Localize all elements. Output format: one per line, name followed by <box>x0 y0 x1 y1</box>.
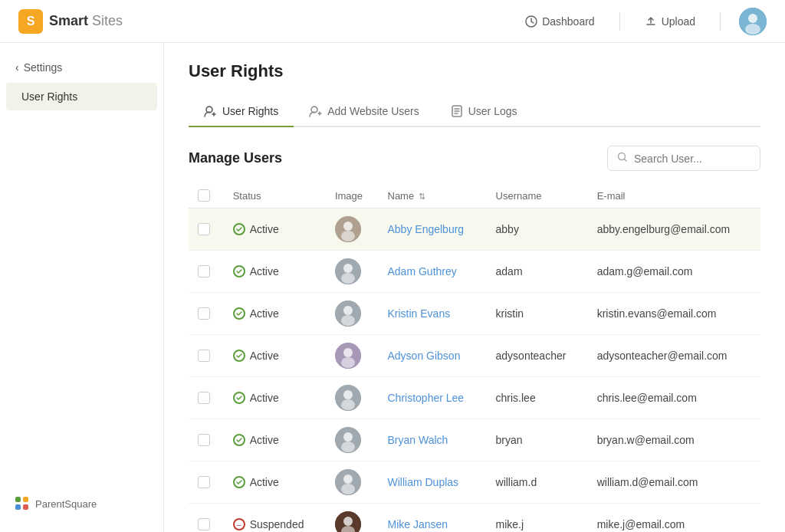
top-nav: S Smart Sites Dashboard Upload <box>0 0 785 43</box>
ps-dot-red <box>23 504 28 510</box>
status-label: Active <box>250 265 279 277</box>
add-users-tab-icon <box>309 104 323 118</box>
user-avatar <box>335 385 361 411</box>
dashboard-icon <box>525 15 537 28</box>
row-checkbox[interactable] <box>198 476 210 488</box>
svg-point-30 <box>343 517 353 526</box>
status-label: Active <box>250 223 279 235</box>
user-avatar <box>335 343 361 369</box>
td-username: william.d <box>487 461 588 504</box>
row-checkbox[interactable] <box>198 518 210 530</box>
td-image <box>326 419 379 461</box>
user-avatar <box>335 216 361 242</box>
row-checkbox[interactable] <box>198 392 210 404</box>
user-name-link[interactable]: Adam Guthrey <box>388 265 457 277</box>
status-icon-active <box>233 476 245 488</box>
td-username: adam <box>487 251 588 293</box>
td-username: chris.lee <box>487 377 588 419</box>
td-image <box>326 335 379 377</box>
status-cell: Active <box>233 476 317 488</box>
status-icon-active <box>233 307 245 320</box>
user-name-link[interactable]: Bryan Walch <box>388 434 448 446</box>
tab-add-website-users[interactable]: Add Website Users <box>294 97 435 127</box>
row-checkbox[interactable] <box>198 265 210 277</box>
sort-icon: ⇅ <box>419 192 425 201</box>
upload-button[interactable]: Upload <box>639 12 701 31</box>
th-name[interactable]: Name ⇅ <box>379 183 487 209</box>
sidebar-item-user-rights[interactable]: User Rights <box>6 83 157 110</box>
row-checkbox[interactable] <box>198 434 210 446</box>
tab-user-rights[interactable]: User Rights <box>189 97 294 127</box>
td-email: abby.engelburg@email.com <box>588 209 760 251</box>
ps-dot-orange <box>23 497 28 502</box>
td-status: Active <box>224 461 326 504</box>
user-name-link[interactable]: William Duplas <box>388 476 459 488</box>
td-name: Adam Guthrey <box>379 251 487 293</box>
td-name: Abby Engelburg <box>379 209 487 251</box>
status-cell: – Suspended <box>233 518 317 530</box>
svg-point-2 <box>748 14 757 23</box>
user-avatar <box>335 427 361 453</box>
row-checkbox[interactable] <box>198 223 210 235</box>
status-label: Active <box>250 392 279 404</box>
user-name-link[interactable]: Mike Jansen <box>388 518 448 530</box>
status-label: Active <box>250 307 279 320</box>
th-email: E-mail <box>588 183 760 209</box>
user-name-link[interactable]: Adyson Gibson <box>388 350 461 362</box>
select-all-checkbox[interactable] <box>198 189 210 202</box>
search-icon <box>617 152 628 165</box>
user-name-link[interactable]: Abby Engelburg <box>388 223 465 235</box>
td-image <box>326 461 379 504</box>
settings-back-button[interactable]: ‹ Settings <box>0 55 163 80</box>
user-name-link[interactable]: Christopher Lee <box>388 392 465 404</box>
td-checkbox <box>189 335 224 377</box>
nav-divider <box>619 12 620 31</box>
td-email: bryan.w@email.com <box>588 419 760 461</box>
svg-point-15 <box>343 306 353 315</box>
table-row: – Suspended Mike Jansen mike.j mike.j@em… <box>189 504 760 533</box>
parentsquare-logo-icon <box>15 497 29 511</box>
search-input[interactable] <box>634 153 751 165</box>
td-checkbox <box>189 504 224 533</box>
td-username: adysonteacher <box>487 335 588 377</box>
dashboard-button[interactable]: Dashboard <box>519 12 601 31</box>
logo[interactable]: S Smart Sites <box>18 9 123 34</box>
row-checkbox[interactable] <box>198 350 210 362</box>
td-name: William Duplas <box>379 461 487 504</box>
th-checkbox <box>189 183 224 209</box>
th-image: Image <box>326 183 379 209</box>
status-label: Active <box>250 350 279 362</box>
td-status: Active <box>224 209 326 251</box>
td-image <box>326 209 379 251</box>
status-icon-active <box>233 223 245 235</box>
svg-point-13 <box>341 273 355 284</box>
status-label: Suspended <box>250 518 304 530</box>
td-name: Bryan Walch <box>379 419 487 461</box>
search-box[interactable] <box>607 146 760 171</box>
tab-user-logs[interactable]: User Logs <box>435 97 533 127</box>
svg-point-19 <box>341 357 355 368</box>
td-email: kristin.evans@email.com <box>588 293 760 335</box>
td-username: abby <box>487 209 588 251</box>
user-avatar-nav[interactable] <box>739 8 767 35</box>
status-cell: Active <box>233 265 317 277</box>
td-username: bryan <box>487 419 588 461</box>
status-cell: Active <box>233 434 317 446</box>
row-checkbox[interactable] <box>198 307 210 320</box>
parentsquare-label: ParentSquare <box>35 498 97 510</box>
user-avatar <box>335 258 361 284</box>
svg-point-16 <box>341 315 355 326</box>
td-name: Christopher Lee <box>379 377 487 419</box>
sidebar-top: ‹ Settings User Rights <box>0 43 163 123</box>
td-email: chris.lee@email.com <box>588 377 760 419</box>
td-image <box>326 293 379 335</box>
td-name: Mike Jansen <box>379 504 487 533</box>
manage-users-header: Manage Users <box>189 146 760 171</box>
layout: ‹ Settings User Rights ParentSquare User… <box>0 43 785 532</box>
table-row: Active Adyson Gibson adysonteacher adyso… <box>189 335 760 377</box>
table-header: Status Image Name ⇅ Username E-mail <box>189 183 760 209</box>
user-name-link[interactable]: Kristin Evans <box>388 307 451 320</box>
upload-icon <box>645 15 657 28</box>
nav-divider-2 <box>720 12 721 31</box>
table-row: Active Bryan Walch bryan bryan.w@email.c… <box>189 419 760 461</box>
